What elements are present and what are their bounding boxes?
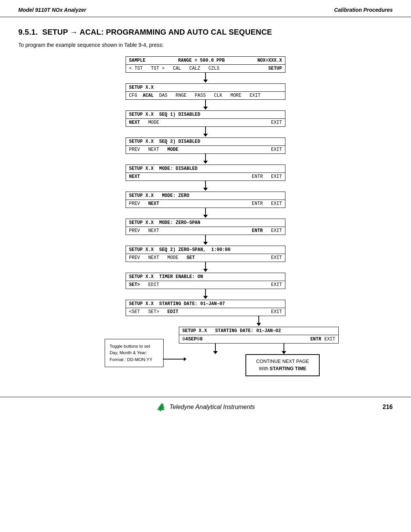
screen-seq2-zero-span-top: SETUP X.X SEQ 2) ZERO–SPAN, 1:00:00 [126, 246, 285, 254]
screen-seq2-disabled: SETUP X.X SEQ 2) DISABLED PREV NEXT MODE… [126, 137, 285, 154]
screen-starting-date: SETUP X.X STARTING DATE: 01–JAN–07 <SET … [126, 300, 285, 316]
screen-mode-zero-span-bottom: PREV NEXT ENTR EXIT [126, 227, 285, 235]
arrow-10 [256, 316, 261, 327]
page-content: 9.5.1. SETUP → ACAL: PROGRAMMING AND AUT… [0, 17, 411, 374]
arrow-8 [203, 262, 208, 273]
header-left: Model 9110T NOx Analyzer [18, 7, 86, 13]
arrow-2 [203, 100, 208, 110]
screen-setup-xx: SETUP X.X CFG ACAL DAS RNGE PASS CLK MOR… [126, 83, 285, 100]
screen-mode-zero-bottom: PREV NEXT ENTR EXIT [126, 200, 285, 208]
section-intro: To program the example sequence shown in… [18, 42, 393, 48]
screen-sample-top: SAMPLE RANGE = 500.0 PPB NOX=XXX.X [126, 57, 285, 65]
screen-seq2-disabled-top: SETUP X.X SEQ 2) DISABLED [126, 138, 285, 146]
screen-sample: SAMPLE RANGE = 500.0 PPB NOX=XXX.X < TST… [126, 56, 285, 73]
screen-seq2-disabled-bottom: PREV NEXT MODE EXIT [126, 146, 285, 153]
continue-box: CONTINUE NEXT PAGEWith STARTING TIME [245, 354, 320, 376]
arrow-3 [203, 127, 208, 137]
screen-starting-date-edit-top: SETUP X.X STARTING DATE: 01–JAN–02 [179, 327, 338, 335]
screen-mode-zero: SETUP X.X MODE: ZERO PREV NEXT ENTR EXIT [126, 192, 285, 208]
screen-starting-date-bottom: <SET SET> EDIT EXIT [126, 308, 285, 316]
screen-timer-enable: SETUP X.X TIMER ENABLE: ON SET> EDIT EXI… [126, 273, 285, 289]
page-header: Model 9110T NOx Analyzer Calibration Pro… [0, 0, 411, 17]
screen-setup-xx-top: SETUP X.X [126, 84, 285, 92]
flow-diagram: SAMPLE RANGE = 500.0 PPB NOX=XXX.X < TST… [18, 56, 393, 374]
screen-digit-row: 0 4 SEP 0 8 ENTR EXIT [179, 335, 338, 343]
screen-setup-xx-bottom: CFG ACAL DAS RNGE PASS CLK MORE EXIT [126, 92, 285, 99]
page-footer: 🌲 Teledyne Analytical Instruments 216 [0, 397, 411, 417]
screen-mode-zero-top: SETUP X.X MODE: ZERO [126, 192, 285, 200]
arrow-1 [203, 73, 208, 83]
arrow-5 [203, 181, 208, 192]
screen-timer-enable-bottom: SET> EDIT EXIT [126, 281, 285, 289]
screen-seq2-zero-span: SETUP X.X SEQ 2) ZERO–SPAN, 1:00:00 PREV… [126, 246, 285, 262]
arrow-7 [203, 235, 208, 246]
screen-timer-enable-top: SETUP X.X TIMER ENABLE: ON [126, 273, 285, 281]
arrow-4 [203, 154, 208, 165]
screen-seq1-bottom: NEXT MODE EXIT [126, 119, 285, 126]
screen-mode-disabled: SETUP X.X MODE: DISABLED NEXT ENTR EXIT [126, 165, 285, 181]
screen-mode-disabled-top: SETUP X.X MODE: DISABLED [126, 165, 285, 173]
screen-seq1-top: SETUP X.X SEQ 1) DISABLED [126, 111, 285, 119]
screen-mode-zero-span: SETUP X.X MODE: ZERO–SPAN PREV NEXT ENTR… [126, 219, 285, 235]
footer-company-name: Teledyne Analytical Instruments [169, 404, 255, 411]
arrow-9 [203, 289, 208, 300]
callout-note: Toggle buttons to set Day, Month & Year:… [105, 339, 164, 367]
arrow-6 [203, 208, 208, 219]
screen-sample-bottom: < TST TST > CAL CALZ CZLS SETUP [126, 65, 285, 72]
screen-starting-date-edit: SETUP X.X STARTING DATE: 01–JAN–02 0 4 S… [179, 327, 339, 343]
screen-mode-zero-span-top: SETUP X.X MODE: ZERO–SPAN [126, 219, 285, 227]
header-right: Calibration Procedures [334, 7, 393, 13]
screen-mode-disabled-bottom: NEXT ENTR EXIT [126, 173, 285, 181]
section-title: 9.5.1. SETUP → ACAL: PROGRAMMING AND AUT… [18, 28, 393, 37]
screen-starting-date-top: SETUP X.X STARTING DATE: 01–JAN–07 [126, 300, 285, 308]
screen-seq1: SETUP X.X SEQ 1) DISABLED NEXT MODE EXIT [126, 110, 285, 127]
teledyne-icon: 🌲 [156, 403, 166, 412]
footer-page-number: 216 [382, 404, 393, 411]
screen-seq2-zero-span-bottom: PREV NEXT MODE SET EXIT [126, 254, 285, 262]
footer-logo: 🌲 Teledyne Analytical Instruments [156, 403, 255, 412]
